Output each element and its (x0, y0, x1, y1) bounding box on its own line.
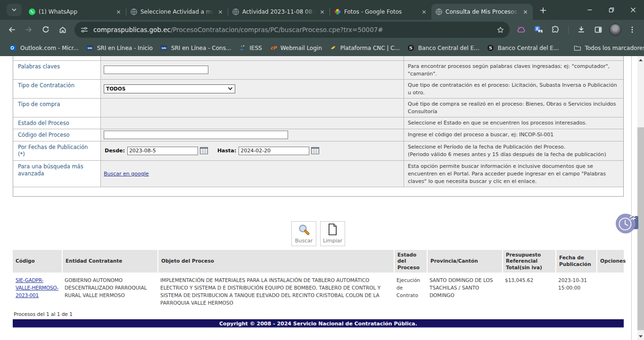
outlook-icon (9, 44, 17, 52)
field-help: Para encontrar procesos según palabras c… (404, 61, 623, 79)
extensions-button[interactable] (547, 22, 563, 38)
form-row-partial (13, 56, 623, 61)
plus-icon (540, 7, 546, 14)
side-panel-icon (594, 25, 603, 34)
tab-google-fotos[interactable]: Fotos - Google Fotos (330, 4, 431, 20)
field-label: Por Fechas de Publicación (*) (13, 141, 101, 160)
home-button[interactable] (55, 22, 71, 38)
menu-button[interactable] (624, 22, 640, 38)
whatsapp-icon (28, 8, 36, 16)
field-label: Palabras claves (13, 61, 101, 79)
tab-group-chevron-button[interactable] (7, 4, 22, 16)
tab-actividad[interactable]: Actividad 2023-11-08 08:00: (228, 4, 330, 20)
bookmark-cnc[interactable]: Plataforma CNC | C... (326, 43, 404, 53)
reload-button[interactable] (38, 22, 54, 38)
fecha-hasta-input[interactable] (239, 147, 309, 155)
tab-close-icon[interactable] (115, 8, 122, 16)
field-label: Código del Proceso (13, 129, 101, 141)
site-settings-icon[interactable] (80, 25, 89, 34)
tab-whatsapp[interactable]: (1) WhatsApp (25, 4, 126, 20)
cloud-extension-icon (517, 26, 526, 34)
tab-title: Consulta de Mis Procesos (446, 8, 519, 15)
translate-button[interactable] (530, 22, 546, 38)
bookmark-label: SRI en Línea - Inicio (97, 45, 153, 51)
page-container-border (631, 56, 632, 340)
new-tab-button[interactable] (537, 4, 550, 17)
url-domain: compraspublicas.gob.ec (93, 26, 171, 33)
back-button[interactable] (4, 22, 20, 38)
floating-clock-widget[interactable] (614, 211, 639, 236)
downloads-button[interactable] (573, 22, 589, 38)
calendar-icon[interactable] (200, 147, 208, 154)
bookmark-bce-2[interactable]: SBanco Central del E... (483, 43, 563, 53)
scroll-down-button[interactable] (637, 332, 644, 340)
close-window-button[interactable] (622, 0, 644, 20)
bookmark-outlook[interactable]: Outlook.com - Micr... (6, 43, 83, 53)
buscar-button[interactable]: Buscar (291, 221, 316, 246)
codigo-proceso-input[interactable] (104, 131, 288, 139)
side-panel-button[interactable] (590, 22, 606, 38)
field-help: Qué tipo de compra se realizó en el proc… (404, 99, 623, 117)
tipo-contratacion-select[interactable]: TODOS (104, 84, 235, 93)
forward-arrow-icon (25, 25, 33, 34)
bookmark-star-button[interactable] (494, 23, 507, 36)
minimize-icon (587, 7, 593, 13)
col-objeto: Objeto del Proceso (157, 250, 394, 274)
tab-close-icon[interactable] (521, 8, 529, 16)
bookmark-sri-consultas[interactable]: SRISRI en Línea - Cons... (157, 43, 235, 53)
svg-text:cP: cP (270, 45, 277, 50)
form-row-palabras-claves: Palabras claves Para encontrar procesos … (13, 61, 623, 80)
profile-button[interactable] (607, 22, 623, 38)
buscar-en-google-link[interactable]: Buscar en google (104, 171, 149, 177)
banco-central-icon: S (407, 44, 415, 52)
field-help: Ingrese el código del proceso a buscar, … (404, 129, 623, 141)
reload-icon (41, 25, 50, 34)
page-scrollbar[interactable] (637, 56, 644, 340)
palabras-claves-input[interactable] (104, 66, 208, 74)
limpiar-label: Limpiar (323, 238, 342, 244)
svg-text:S: S (489, 45, 492, 50)
iess-icon (239, 44, 246, 52)
col-presupuesto: Presupuesto Referencial Total(sin iva) (502, 250, 555, 274)
all-bookmarks-button[interactable]: Todos los marcadores (570, 43, 644, 53)
star-icon (496, 26, 504, 34)
sri-icon: SRI (160, 44, 168, 52)
address-bar[interactable]: compraspublicas.gob.ec/ProcesoContrataci… (74, 22, 510, 38)
minimize-button[interactable] (579, 0, 601, 20)
col-estado: Estado del Proceso (394, 250, 427, 274)
winged-clock-icon (614, 211, 639, 236)
sri-icon: SRI (86, 44, 94, 52)
bookmark-webmail[interactable]: cPWebmail Login (266, 43, 326, 53)
scroll-down-icon (639, 335, 643, 338)
globe-icon (232, 8, 239, 16)
chevron-down-icon (11, 7, 17, 13)
tab-close-icon[interactable] (318, 8, 326, 16)
fecha-desde-input[interactable] (127, 147, 198, 155)
bookmark-bce-1[interactable]: SBanco Central del E... (404, 43, 483, 53)
tab-close-icon[interactable] (216, 8, 224, 16)
calendar-icon[interactable] (311, 147, 319, 154)
bookmark-sri-inicio[interactable]: SRISRI en Línea - Inicio (83, 43, 157, 53)
cpanel-icon: cP (270, 44, 277, 52)
extension-cloud-button[interactable] (513, 22, 529, 38)
form-row-busqueda-avanzada: Para una búsqueda más avanzada Buscar en… (13, 161, 623, 187)
chevron-down-icon (228, 87, 233, 91)
scroll-up-button[interactable] (637, 56, 644, 64)
limpiar-button[interactable]: Limpiar (320, 221, 345, 246)
field-help: Seleccione el Estado en que se encuentre… (404, 117, 623, 129)
profile-avatar (609, 24, 621, 36)
restore-button[interactable] (601, 0, 622, 20)
globe-icon (130, 8, 138, 16)
process-code-link[interactable]: SIE-GADPR-VALLE-HERMOSO-2023-001 (16, 277, 58, 298)
form-row-estado-proceso: Estado del Proceso Seleccione el Estado … (13, 117, 623, 130)
bookmark-label: Plataforma CNC | C... (340, 45, 400, 51)
tab-seleccione-actividad[interactable]: Seleccione Actividad a modi (126, 4, 228, 20)
tab-close-icon[interactable] (420, 8, 428, 16)
scroll-up-icon (639, 59, 643, 61)
bookmark-label: IESS (249, 45, 262, 51)
field-help: Que tipo de contratación es el proceso: … (404, 80, 623, 98)
col-codigo: Código (13, 250, 62, 274)
forward-button[interactable] (21, 22, 37, 38)
bookmark-iess[interactable]: IESS (235, 43, 265, 53)
tab-consulta-procesos-active[interactable]: Consulta de Mis Procesos (431, 4, 533, 20)
